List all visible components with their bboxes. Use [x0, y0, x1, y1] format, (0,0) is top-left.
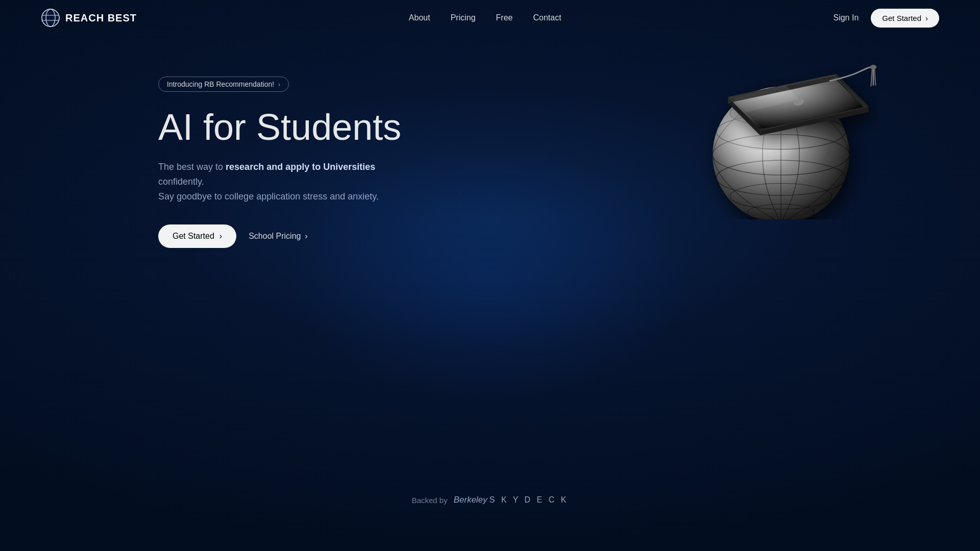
get-started-main-button[interactable]: Get Started ›: [158, 224, 236, 248]
svg-point-27: [870, 65, 877, 69]
get-started-chevron-icon: ›: [219, 232, 222, 241]
announcement-chevron-icon: ›: [278, 81, 280, 88]
nav-link-about[interactable]: About: [409, 13, 430, 22]
berkeley-name: Berkeley: [454, 495, 487, 505]
hero-subtitle: The best way to research and apply to Un…: [158, 160, 403, 204]
skydeck-name: S K Y D E C K: [489, 495, 569, 505]
logo[interactable]: REACH BEST: [41, 8, 137, 28]
backed-by-label: Backed by: [412, 496, 448, 505]
nav-actions: Sign In Get Started ›: [833, 9, 939, 28]
subtitle-bold: research and apply to Universities: [226, 162, 375, 172]
announcement-badge[interactable]: Introducing RB Recommendation! ›: [158, 77, 289, 92]
sign-in-link[interactable]: Sign In: [833, 13, 859, 22]
backed-by-section: Backed by Berkeley S K Y D E C K: [412, 495, 569, 505]
nav-link-pricing[interactable]: Pricing: [451, 13, 476, 22]
announcement-text: Introducing RB Recommendation!: [167, 80, 274, 88]
school-pricing-chevron-icon: ›: [305, 232, 307, 241]
get-started-nav-button[interactable]: Get Started ›: [871, 9, 939, 28]
chevron-right-icon: ›: [925, 14, 928, 22]
nav-link-contact[interactable]: Contact: [533, 13, 561, 22]
svg-point-4: [42, 9, 59, 27]
school-pricing-link[interactable]: School Pricing ›: [249, 232, 308, 241]
backer-logo: Berkeley S K Y D E C K: [454, 495, 569, 505]
subtitle-end: confidently.Say goodbye to college appli…: [158, 177, 379, 202]
hero-illustration: [684, 26, 878, 219]
subtitle-plain: The best way to: [158, 162, 226, 172]
navbar: REACH BEST About Pricing Free Contact Si…: [0, 0, 980, 36]
cta-buttons: Get Started › School Pricing ›: [158, 224, 980, 248]
logo-text: REACH BEST: [65, 12, 137, 24]
globe-icon: [41, 8, 60, 28]
nav-links: About Pricing Free Contact: [409, 13, 561, 22]
nav-link-free[interactable]: Free: [496, 13, 513, 22]
